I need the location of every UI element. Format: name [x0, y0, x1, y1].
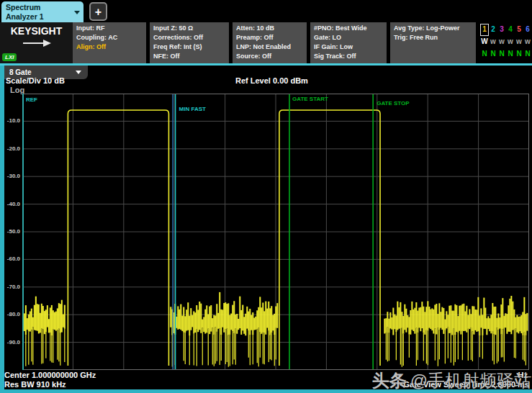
trace-5-type[interactable]: w: [515, 36, 523, 48]
settings-line: Input: RF: [76, 24, 146, 33]
settings-line: Atten: 10 dB: [236, 24, 307, 33]
trace-indicator-panel[interactable]: 123456WwwwwwNNNNNN: [477, 22, 532, 63]
chevron-down-icon: [74, 11, 80, 14]
settings-panel[interactable]: Avg Type: Log-PowerTrig: Free Run: [390, 22, 476, 63]
spectrum-analyzer-screen: Spectrum Analyzer 1 Swept SA + KEYSIGHT …: [0, 0, 532, 393]
trace-1-type[interactable]: W: [480, 36, 489, 48]
y-tick-label: -70.0: [0, 284, 20, 290]
trace-4-state[interactable]: N: [506, 48, 515, 60]
trace-2-number[interactable]: 2: [489, 24, 497, 36]
y-tick-label: -10.0: [0, 117, 20, 124]
settings-line: NFE: Off: [153, 52, 229, 61]
trace-3-number[interactable]: 3: [497, 24, 506, 36]
settings-line: Input Z: 50 Ω: [153, 24, 229, 33]
trace-6-number[interactable]: 6: [523, 24, 532, 36]
brand-name: KEYSIGHT: [0, 25, 73, 37]
y-tick-label: -80.0: [0, 311, 20, 317]
res-bw-annotation: Res BW 910 kHz: [4, 380, 66, 389]
add-tab-button[interactable]: +: [89, 2, 107, 21]
trace-1-number[interactable]: 1: [480, 24, 489, 36]
svg-text:GATE STOP: GATE STOP: [377, 100, 410, 107]
settings-line: #PNO: Best Wide: [314, 24, 387, 33]
tab-title: Spectrum Analyzer 1: [6, 3, 73, 21]
y-tick-label: -50.0: [0, 228, 20, 235]
settings-panel[interactable]: Input Z: 50 ΩCorrections: OffFreq Ref: I…: [150, 22, 229, 63]
watermark-prefix: 头条: [372, 371, 407, 390]
settings-panel[interactable]: Atten: 10 dBPreamp: OffLNP: Not EnabledS…: [233, 22, 307, 63]
trace-display-area: MIN FASTGATE STARTGATE STOPREF: [22, 94, 529, 370]
trace-6-type[interactable]: w: [523, 36, 532, 48]
settings-line: Corrections: Off: [153, 33, 229, 42]
settings-line: Sig Track: Off: [314, 52, 387, 61]
trace-3-type[interactable]: w: [497, 36, 506, 48]
keysight-logo: KEYSIGHT LXI: [0, 22, 73, 63]
trace-1-state[interactable]: N: [480, 48, 489, 60]
settings-line: Gate: LO: [314, 33, 387, 42]
status-header: KEYSIGHT LXI Input: RFCoupling: ACAlign:…: [0, 22, 532, 63]
trace-5-state[interactable]: N: [515, 48, 523, 60]
y-tick-label: -60.0: [0, 256, 20, 262]
trace-2-state[interactable]: N: [489, 48, 497, 60]
watermark-handle: @手机射频驿站: [410, 371, 531, 390]
center-frequency-annotation: Center 1.000000000 GHz: [4, 371, 96, 379]
tab-spectrum-analyzer-1[interactable]: Spectrum Analyzer 1 Swept SA: [1, 1, 84, 22]
gate-dropdown-value: 8 Gate: [9, 68, 32, 76]
y-tick-label: -30.0: [0, 173, 20, 179]
settings-panel[interactable]: Input: RFCoupling: ACAlign: Off: [73, 22, 146, 63]
lxi-badge: LXI: [2, 53, 17, 61]
settings-line: Preamp: Off: [236, 33, 307, 42]
svg-text:GATE START: GATE START: [292, 96, 328, 102]
settings-panel[interactable]: #PNO: Best WideGate: LOIF Gain: LowSig T…: [310, 22, 387, 63]
trace-3-state[interactable]: N: [497, 48, 506, 60]
trace-4-type[interactable]: w: [506, 36, 515, 48]
trace-2-type[interactable]: w: [489, 36, 497, 48]
y-tick-label: -20.0: [0, 145, 20, 152]
y-tick-label: -40.0: [0, 201, 20, 207]
settings-line: IF Gain: Low: [314, 42, 387, 52]
settings-line: Coupling: AC: [76, 33, 146, 42]
settings-line: Trig: Free Run: [394, 33, 476, 42]
svg-text:MIN FAST: MIN FAST: [179, 106, 206, 112]
trace-4-number[interactable]: 4: [506, 24, 515, 36]
svg-text:REF: REF: [26, 96, 37, 103]
keysight-arrow-icon: [22, 39, 52, 48]
settings-line: Align: Off: [76, 42, 146, 52]
settings-line: LNP: Not Enabled: [236, 42, 307, 52]
y-tick-label: -90.0: [0, 339, 20, 345]
plot-canvas: MIN FASTGATE STARTGATE STOPREF: [22, 94, 529, 370]
scale-per-div-label: Scale/Div 10 dB: [6, 76, 65, 85]
settings-line: Source: Off: [236, 52, 307, 61]
ref-level-label: Ref Level 0.00 dBm: [235, 76, 308, 85]
trace-5-number[interactable]: 5: [515, 24, 523, 36]
settings-line: Avg Type: Log-Power: [394, 24, 476, 33]
y-axis-labels: -10.0-20.0-30.0-40.0-50.0-60.0-70.0-80.0…: [0, 94, 20, 370]
trace-6-state[interactable]: N: [523, 48, 532, 60]
chevron-down-icon: [76, 71, 81, 74]
watermark: 头条@手机射频驿站: [372, 371, 531, 390]
settings-line: Freq Ref: Int (S): [153, 42, 229, 52]
